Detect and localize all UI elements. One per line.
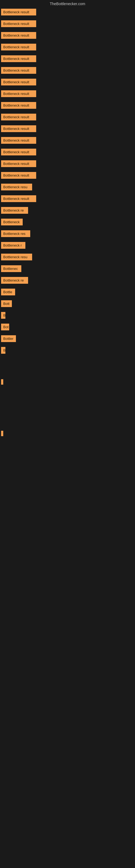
bottleneck-result-item: Bottle <box>1 289 15 296</box>
bottleneck-result-item: Bottleneck r <box>1 242 26 249</box>
bottleneck-bar <box>1 431 3 436</box>
bottleneck-result-item: Bottleneck result <box>1 20 36 27</box>
bottleneck-result-item: B <box>1 347 5 354</box>
bottleneck-result-item: Bottleneck result <box>1 79 36 86</box>
bottleneck-result-item: Bottleneck result <box>1 195 36 202</box>
bottleneck-bar <box>1 379 3 384</box>
bottleneck-result-item: B <box>1 312 5 319</box>
bottleneck-result-item: Bottleneck result <box>1 32 36 39</box>
bottleneck-result-item: Bottlenec <box>1 265 21 272</box>
bottleneck-result-item: Bottleneck result <box>1 160 36 167</box>
site-title: TheBottlenecker.com <box>0 0 135 8</box>
bottleneck-result-item: Bottleneck result <box>1 90 36 97</box>
bottleneck-result-item: Bottleneck res <box>1 230 30 237</box>
bottleneck-result-item: Bottler <box>1 335 16 342</box>
bottleneck-result-item: Bottleneck re <box>1 277 28 284</box>
bottleneck-result-item: Bottleneck re <box>1 207 28 214</box>
bottleneck-result-item: Bottleneck result <box>1 125 36 132</box>
bottleneck-result-item: Bottleneck resu <box>1 254 32 260</box>
bottleneck-result-item: Bottleneck result <box>1 9 36 16</box>
bottleneck-result-item: Bottleneck result <box>1 55 36 62</box>
bottleneck-result-item: Bottleneck result <box>1 67 36 74</box>
items-container: Bottleneck resultBottleneck resultBottle… <box>0 8 135 436</box>
bottleneck-result-item: Bott <box>1 300 12 307</box>
bottleneck-result-item: Bottleneck result <box>1 172 36 179</box>
bottleneck-result-item: Bottleneck result <box>1 44 36 51</box>
bottleneck-result-item: Bottleneck resu <box>1 184 32 190</box>
bottleneck-result-item: Bot <box>1 323 9 330</box>
bottleneck-result-item: Bottleneck result <box>1 102 36 109</box>
bottleneck-result-item: Bottleneck result <box>1 149 36 155</box>
bottleneck-result-item: Bottleneck result <box>1 114 36 120</box>
bottleneck-result-item: Bottleneck <box>1 219 23 225</box>
bottleneck-result-item: Bottleneck result <box>1 137 36 144</box>
